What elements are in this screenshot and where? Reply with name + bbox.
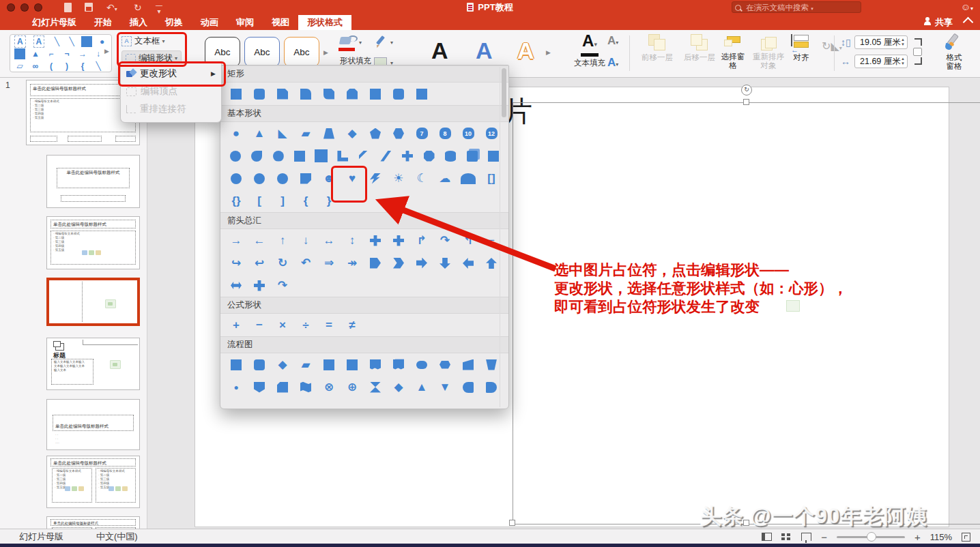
shape-snip2-rect-icon[interactable] — [341, 84, 364, 104]
rotation-handle[interactable]: ↻ — [741, 85, 752, 95]
shape-summing-junction-icon[interactable]: ⊗ — [317, 377, 341, 397]
gallery-shape-freeform[interactable]: ▱ — [14, 61, 25, 72]
wordart-style-2[interactable]: A — [476, 35, 493, 65]
shape-manual-input-icon[interactable] — [457, 355, 480, 374]
shape-s-arrow-icon[interactable]: ↩ — [248, 253, 271, 273]
shape-alternate-process-icon[interactable] — [248, 355, 271, 374]
shape-smiley-icon[interactable]: ☻ — [317, 168, 341, 188]
handle-bottom-left[interactable] — [509, 520, 515, 526]
share-button[interactable]: 共享 — [923, 15, 953, 30]
gallery-shape-left-brace[interactable]: { — [77, 61, 88, 72]
shape-rounded-rect-icon[interactable] — [248, 84, 271, 104]
shape-sun-icon[interactable]: ☀ — [387, 168, 410, 188]
fit-to-window-icon[interactable] — [962, 533, 970, 542]
tab-审阅[interactable]: 审阅 — [227, 15, 263, 30]
shape-rounded2-rect-icon[interactable] — [387, 84, 410, 104]
selection-pane-button[interactable]: 选择窗格 — [719, 34, 747, 70]
tab-切换[interactable]: 切换 — [156, 15, 192, 30]
shape-double-bracket-icon[interactable]: [] — [480, 168, 503, 188]
menu-item-编辑顶点[interactable]: 编辑顶点 — [121, 83, 221, 100]
handle-top-center[interactable] — [743, 99, 749, 105]
shape-down-arrow-callout-icon[interactable] — [433, 253, 457, 273]
width-stepper[interactable]: ▲▼ — [901, 57, 905, 66]
shape-divide-icon[interactable]: ÷ — [294, 315, 317, 335]
shape-no-symbol-icon[interactable] — [248, 168, 271, 188]
insert-shapes-gallery[interactable]: AA╲╲●▲⌐¬→↓▱∞(){╲ — [10, 34, 112, 72]
menu-item-更改形状[interactable]: 更改形状▶ — [121, 65, 221, 83]
shape-folded-corner-icon[interactable] — [294, 168, 317, 188]
shape-extract-icon[interactable]: ▲ — [410, 377, 433, 397]
thumbnail-layout-8[interactable]: 单击此处编辑母版标题样式 — [46, 516, 140, 529]
feedback-smiley-icon[interactable]: ☺▾ — [961, 1, 973, 12]
shape-octagon-8-icon[interactable]: 8 — [433, 123, 457, 143]
tab-开始[interactable]: 开始 — [85, 15, 121, 30]
shape-up-arrow-icon[interactable]: ↑ — [271, 231, 294, 250]
shape-u-turn-arrow-icon[interactable]: ↪ — [225, 253, 248, 273]
shape-l-shape-icon[interactable] — [332, 146, 354, 166]
shape-right-triangle-icon[interactable]: ◣ — [271, 123, 294, 143]
shape-snip1-rect-icon[interactable] — [271, 84, 294, 104]
shape-snip-round-rect-icon[interactable] — [317, 84, 341, 104]
gallery-shape-textbox-h[interactable]: A — [14, 35, 26, 48]
shape-striped-right-arrow-icon[interactable]: ⇒ — [317, 253, 341, 273]
shape-multidocument-icon[interactable] — [387, 355, 410, 374]
shape-triangle-icon[interactable]: ▲ — [248, 123, 271, 143]
shape-parallelogram-icon[interactable]: ▰ — [294, 123, 317, 143]
shape-punched-tape-icon[interactable] — [294, 377, 317, 397]
normal-view-icon[interactable] — [762, 533, 772, 541]
gallery-shape-down-arrow[interactable]: ↓ — [93, 48, 104, 59]
tab-幻灯片母版[interactable]: 幻灯片母版 — [23, 15, 85, 30]
shape-moon-icon[interactable]: ☾ — [410, 168, 433, 188]
shape-cross-icon[interactable] — [397, 146, 418, 166]
shape-cylinder-icon[interactable] — [439, 146, 461, 166]
gallery-shape-curve2[interactable]: ) — [61, 61, 72, 72]
shape-pentagon-arrow-icon[interactable] — [364, 253, 387, 273]
shape-right-arrow-callout-icon[interactable] — [410, 253, 433, 273]
shape-equal-icon[interactable]: = — [317, 315, 341, 335]
text-outline-icon[interactable]: A▾ — [607, 34, 618, 48]
shape-heptagon-7-icon[interactable]: 7 — [410, 123, 433, 143]
shape-document-icon[interactable] — [364, 355, 387, 374]
shape-chord-icon[interactable] — [268, 146, 289, 166]
shape-outline-icon[interactable] — [374, 35, 386, 48]
shape-curved-down-arrow-icon[interactable]: ↷ — [271, 276, 294, 295]
shape-stored-data-icon[interactable] — [457, 377, 480, 397]
shape-up-down-arrow-icon[interactable]: ↕ — [341, 231, 364, 250]
thumbnail-layout-3[interactable]: 单击此处编辑母版标题样式· 编辑母版文本样式 · 第二级 · 第三级 · 第四级… — [46, 216, 140, 269]
shape-not-equal-icon[interactable]: ≠ — [341, 315, 364, 335]
shape-fill-caret[interactable]: ▾ — [359, 40, 362, 46]
shape-manual-operation-icon[interactable] — [480, 355, 503, 374]
shape-merge-icon[interactable]: ▼ — [433, 377, 457, 397]
shape-off-page-connector-icon[interactable] — [248, 377, 271, 397]
wordart-style-1[interactable]: A — [431, 35, 448, 65]
shape-styles-expand-icon[interactable]: ▶ — [323, 49, 328, 56]
shape-connector-icon[interactable]: ● — [225, 377, 248, 397]
shape-circular-arrow-icon[interactable]: ↻ — [271, 253, 294, 273]
tab-插入[interactable]: 插入 — [121, 15, 156, 30]
shape-data-icon[interactable]: ▰ — [294, 355, 317, 374]
shape-quad-arrow-icon[interactable] — [364, 231, 387, 250]
shape-ellipse-icon[interactable]: ● — [225, 123, 248, 143]
reorder-objects-button[interactable]: 重新排序对象 — [751, 34, 786, 70]
tab-视图[interactable]: 视图 — [263, 15, 298, 30]
shape-lightning-icon[interactable] — [364, 168, 387, 188]
shape-pie-icon[interactable] — [225, 146, 246, 166]
shape-collate-icon[interactable] — [364, 377, 387, 397]
shape-heart-icon[interactable]: ♥ — [341, 168, 364, 188]
tab-动画[interactable]: 动画 — [192, 15, 227, 30]
shape-style-2[interactable]: Abc — [244, 37, 280, 67]
shape-left-right-arrow-callout-icon[interactable] — [225, 276, 248, 295]
shape-bent-arrow-icon[interactable]: ↱ — [410, 231, 433, 250]
shape-left-arrow-icon[interactable]: ← — [248, 231, 271, 250]
shape-left-right-arrow-icon[interactable]: ↔ — [317, 231, 341, 250]
zoom-out-button[interactable]: − — [821, 531, 827, 543]
zoom-slider[interactable] — [837, 536, 905, 538]
menu-item-重排连接符[interactable]: 重排连接符 — [121, 100, 221, 118]
shape-diagonal-stripe-icon[interactable] — [354, 146, 375, 166]
shape-fill-icon[interactable] — [338, 35, 356, 46]
thumbnail-layout-7[interactable]: 单击此处编辑母版标题样式· 编辑母版文本样式 · 第二级 · 第三级 · 第四级… — [46, 456, 140, 508]
shape-width-field[interactable]: 21.69 厘米▲▼ — [854, 55, 908, 68]
shape-chevron-arrow-icon[interactable] — [387, 253, 410, 273]
gallery-shape-elbow[interactable]: ⌐ — [46, 48, 57, 59]
shape-curve-icon[interactable] — [457, 168, 480, 188]
